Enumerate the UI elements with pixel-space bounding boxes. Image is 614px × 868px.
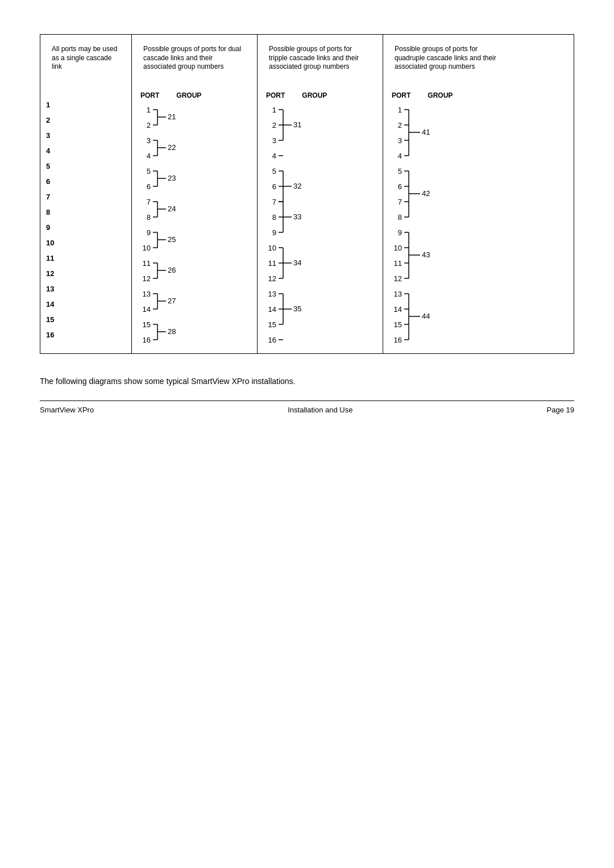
port-row: 7 xyxy=(46,189,54,205)
svg-text:15: 15 xyxy=(268,320,276,329)
svg-text:12: 12 xyxy=(268,274,276,283)
svg-text:13: 13 xyxy=(394,290,402,298)
svg-text:2: 2 xyxy=(398,121,402,130)
quadruple-col-port: PORT xyxy=(392,91,410,99)
svg-text:12: 12 xyxy=(143,274,151,283)
dual-col-group: GROUP xyxy=(176,91,201,99)
svg-text:9: 9 xyxy=(398,228,402,237)
triple-section: Possible groups of ports for tripple cas… xyxy=(258,35,383,353)
dual-header: Possible groups of ports for dual cascad… xyxy=(138,40,251,86)
quadruple-col-headers: PORT GROUP xyxy=(392,91,453,99)
dual-bracket-svg: 1 2 3 4 5 6 7 8 9 10 11 12 13 14 15 16 xyxy=(140,102,209,348)
svg-text:31: 31 xyxy=(293,120,301,129)
diagram-area: All ports may be used as a single cascad… xyxy=(40,34,574,354)
dual-section: Possible groups of ports for dual cascad… xyxy=(132,35,257,353)
svg-text:9: 9 xyxy=(147,228,151,237)
svg-text:10: 10 xyxy=(143,244,151,252)
svg-text:11: 11 xyxy=(143,259,151,268)
svg-text:27: 27 xyxy=(168,297,176,305)
port-row: 2 xyxy=(46,112,54,128)
port-row: 15 xyxy=(46,312,54,327)
svg-text:8: 8 xyxy=(147,213,151,222)
svg-text:3: 3 xyxy=(272,136,276,145)
triple-bracket-svg: 1 2 3 4 5 6 7 8 9 10 11 12 13 14 15 16 xyxy=(266,102,334,348)
svg-text:28: 28 xyxy=(168,327,176,336)
port-row: 4 xyxy=(46,143,54,158)
port-row: 14 xyxy=(46,297,54,312)
svg-text:26: 26 xyxy=(168,266,176,274)
quadruple-section: Possible groups of ports for quadruple c… xyxy=(383,35,508,353)
svg-text:15: 15 xyxy=(143,320,151,329)
svg-text:2: 2 xyxy=(147,121,151,130)
port-row: 10 xyxy=(46,235,54,251)
svg-text:25: 25 xyxy=(168,235,176,244)
svg-text:4: 4 xyxy=(272,152,276,160)
dual-col-port: PORT xyxy=(140,91,159,99)
port-row: 1 xyxy=(46,97,54,112)
svg-text:8: 8 xyxy=(272,213,276,222)
svg-text:11: 11 xyxy=(394,259,402,268)
port-row: 9 xyxy=(46,220,54,235)
svg-text:4: 4 xyxy=(147,152,151,160)
svg-text:4: 4 xyxy=(398,152,402,160)
svg-text:21: 21 xyxy=(168,112,176,121)
port-row: 11 xyxy=(46,251,54,266)
svg-text:1: 1 xyxy=(398,106,402,114)
svg-text:3: 3 xyxy=(398,136,402,145)
svg-text:35: 35 xyxy=(293,304,301,313)
svg-text:14: 14 xyxy=(268,305,276,314)
svg-text:23: 23 xyxy=(168,174,176,182)
port-row: 12 xyxy=(46,266,54,281)
svg-text:16: 16 xyxy=(394,336,402,344)
svg-text:10: 10 xyxy=(394,244,402,252)
svg-text:8: 8 xyxy=(398,213,402,222)
triple-col-group: GROUP xyxy=(302,91,327,99)
page-footer: SmartView XPro Installation and Use Page… xyxy=(40,400,574,414)
svg-text:12: 12 xyxy=(394,274,402,283)
svg-text:22: 22 xyxy=(168,143,176,152)
svg-text:32: 32 xyxy=(293,182,301,190)
svg-text:5: 5 xyxy=(272,167,276,176)
svg-text:16: 16 xyxy=(268,336,276,344)
svg-text:41: 41 xyxy=(422,128,430,136)
footer-right: Page 19 xyxy=(547,406,574,414)
svg-text:7: 7 xyxy=(147,198,151,206)
svg-text:13: 13 xyxy=(268,290,276,298)
dual-bracket-area: 1 2 3 4 5 6 7 8 9 10 11 12 13 14 15 16 xyxy=(140,102,209,348)
all-ports-header: All ports may be used as a single cascad… xyxy=(46,40,126,86)
all-ports-section: All ports may be used as a single cascad… xyxy=(40,35,131,348)
quadruple-bracket-area: 1 2 3 4 5 6 7 8 9 10 11 12 13 14 15 16 xyxy=(392,102,466,348)
port-row: 16 xyxy=(46,327,54,343)
svg-text:5: 5 xyxy=(147,167,151,176)
triple-bracket-area: 1 2 3 4 5 6 7 8 9 10 11 12 13 14 15 16 xyxy=(266,102,334,348)
svg-text:14: 14 xyxy=(394,305,402,314)
svg-text:11: 11 xyxy=(268,259,276,268)
svg-text:1: 1 xyxy=(147,106,151,114)
svg-text:7: 7 xyxy=(272,198,276,206)
triple-header: Possible groups of ports for tripple cas… xyxy=(263,40,377,86)
port-row: 5 xyxy=(46,158,54,174)
quadruple-col-group: GROUP xyxy=(428,91,453,99)
svg-text:1: 1 xyxy=(272,106,276,114)
svg-text:24: 24 xyxy=(168,205,176,213)
svg-text:42: 42 xyxy=(422,189,430,198)
port-row: 13 xyxy=(46,281,54,297)
svg-text:6: 6 xyxy=(398,182,402,191)
svg-text:33: 33 xyxy=(293,212,301,221)
footer-left: SmartView XPro xyxy=(40,406,94,414)
svg-text:9: 9 xyxy=(272,228,276,237)
port-row: 3 xyxy=(46,128,54,143)
triple-col-port: PORT xyxy=(266,91,285,99)
dual-col-headers: PORT GROUP xyxy=(140,91,201,99)
svg-text:44: 44 xyxy=(422,312,430,320)
svg-text:3: 3 xyxy=(147,136,151,145)
svg-text:14: 14 xyxy=(143,305,151,314)
svg-text:43: 43 xyxy=(422,251,430,259)
port-row: 6 xyxy=(46,174,54,189)
port-row: 8 xyxy=(46,205,54,220)
svg-text:6: 6 xyxy=(147,182,151,191)
all-ports-list: 1 2 3 4 5 6 7 8 9 10 11 12 13 14 15 16 xyxy=(46,97,54,343)
svg-text:6: 6 xyxy=(272,182,276,191)
quadruple-header: Possible groups of ports for quadruple c… xyxy=(389,40,503,86)
footer-center: Installation and Use xyxy=(288,406,352,414)
